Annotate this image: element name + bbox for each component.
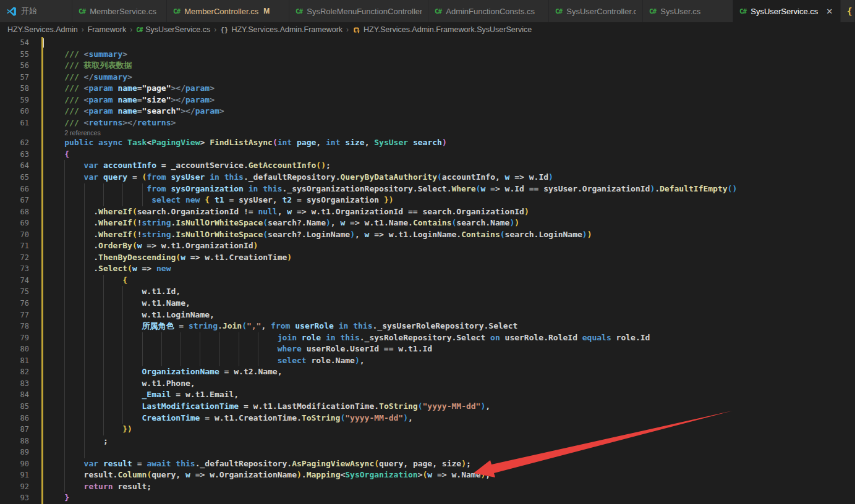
code-line-63[interactable]: 63{ bbox=[0, 149, 855, 161]
code-line-89[interactable]: 89 bbox=[0, 447, 855, 458]
code-line-content: /// <summary> bbox=[41, 49, 855, 61]
tab-partial[interactable]: { bbox=[841, 0, 855, 22]
code-line-68[interactable]: 68.WhereIf(search.OrganizationId != null… bbox=[0, 206, 855, 218]
breadcrumb-item[interactable]: C#SysUserService.cs bbox=[136, 25, 210, 34]
code-line-54[interactable]: 54 bbox=[0, 37, 855, 49]
indent-guide bbox=[64, 401, 65, 413]
code-line-74[interactable]: 74{ bbox=[0, 275, 855, 287]
line-number: 73 bbox=[0, 263, 41, 275]
indent-guide bbox=[84, 378, 85, 390]
code-line-90[interactable]: 90var result = await this._defaultReposi… bbox=[0, 458, 855, 470]
code-line-66[interactable]: 66from sysOrganization in this._sysOrgan… bbox=[0, 183, 855, 195]
code-line-58[interactable]: 58/// <param name="page"></param> bbox=[0, 83, 855, 94]
code-line-content: /// 获取列表数据 bbox=[41, 60, 855, 72]
line-number: 84 bbox=[0, 389, 41, 401]
code-line-content: .WhereIf(search.OrganizationId != null, … bbox=[41, 206, 855, 218]
code-line-75[interactable]: 75w.t1.Id, bbox=[0, 286, 855, 298]
tab-MemberService.cs[interactable]: C#MemberService.cs bbox=[72, 0, 167, 22]
code-line-81[interactable]: 81select role.Name), bbox=[0, 355, 855, 367]
code-line-content: /// </summary> bbox=[41, 72, 855, 83]
line-number: 58 bbox=[0, 83, 41, 94]
code-line-83[interactable]: 83w.t1.Phone, bbox=[0, 378, 855, 390]
code-line-72[interactable]: 72.ThenByDescending(w => w.t1.CreationTi… bbox=[0, 252, 855, 264]
indent-guide bbox=[103, 366, 104, 378]
code-line-88[interactable]: 88; bbox=[0, 435, 855, 447]
line-number: 75 bbox=[0, 286, 41, 298]
indent-guide bbox=[84, 447, 85, 458]
code-line-91[interactable]: 91result.Column(query, w => w.Organizati… bbox=[0, 469, 855, 481]
line-number: 55 bbox=[0, 49, 41, 61]
code-editor[interactable]: 5455/// <summary>56/// 获取列表数据57/// </sum… bbox=[0, 37, 855, 504]
tab-开始[interactable]: 开始 bbox=[0, 0, 72, 22]
code-line-56[interactable]: 56/// 获取列表数据 bbox=[0, 60, 855, 72]
line-number: 88 bbox=[0, 435, 41, 447]
code-line-87[interactable]: 87}) bbox=[0, 424, 855, 435]
indent-guide bbox=[161, 343, 162, 355]
indent-guide bbox=[64, 263, 65, 275]
breadcrumb-item[interactable]: {}HZY.Services.Admin.Framework bbox=[220, 25, 342, 34]
code-line-69[interactable]: 69.WhereIf(!string.IsNullOrWhiteSpace(se… bbox=[0, 217, 855, 229]
code-line-92[interactable]: 92return result; bbox=[0, 481, 855, 493]
indent-guide bbox=[103, 401, 104, 413]
code-line-77[interactable]: 77w.t1.LoginName, bbox=[0, 309, 855, 321]
code-line-content: /// <param name="size"></param> bbox=[41, 94, 855, 106]
code-line-78[interactable]: 78所属角色 = string.Join(",", from userRole … bbox=[0, 321, 855, 332]
code-line-content: var accountInfo = _accountService.GetAcc… bbox=[41, 160, 855, 172]
line-number: 82 bbox=[0, 366, 41, 378]
close-icon[interactable]: ✕ bbox=[826, 7, 833, 16]
indent-guide bbox=[239, 343, 239, 355]
code-lens-references[interactable]: 2 references bbox=[64, 129, 100, 136]
breadcrumb-item[interactable]: HZY.Services.Admin.Framework.SysUserServ… bbox=[352, 25, 532, 34]
code-line-65[interactable]: 65var query = (from sysUser in this._def… bbox=[0, 172, 855, 183]
code-line-70[interactable]: 70.WhereIf(!string.IsNullOrWhiteSpace(se… bbox=[0, 229, 855, 241]
csharp-file-icon: C# bbox=[136, 27, 142, 33]
indent-guide bbox=[84, 206, 85, 218]
code-line-82[interactable]: 82OrganizationName = w.t2.Name, bbox=[0, 366, 855, 378]
indent-guide bbox=[64, 332, 65, 344]
code-line-79[interactable]: 79join role in this._sysRoleRepository.S… bbox=[0, 332, 855, 344]
code-line-content: .WhereIf(!string.IsNullOrWhiteSpace(sear… bbox=[41, 229, 855, 241]
code-line-content: /// <param name="search"></param> bbox=[41, 106, 855, 117]
code-line-73[interactable]: 73.Select(w => new bbox=[0, 263, 855, 275]
code-line-67[interactable]: 67select new { t1 = sysUser, t2 = sysOrg… bbox=[0, 195, 855, 206]
code-line-61[interactable]: 61/// <returns></returns> bbox=[0, 117, 855, 129]
code-line-85[interactable]: 85LastModificationTime = w.t1.LastModifi… bbox=[0, 401, 855, 413]
indent-guide bbox=[64, 240, 65, 252]
breadcrumb-item[interactable]: Framework bbox=[88, 25, 127, 34]
code-line-62[interactable]: 62public async Task<PagingView> FindList… bbox=[0, 137, 855, 149]
line-number: 61 bbox=[0, 117, 41, 129]
tab-AdminFunctionConsts.cs[interactable]: C#AdminFunctionConsts.cs bbox=[428, 0, 549, 22]
code-line-84[interactable]: 84_Email = w.t1.Email, bbox=[0, 389, 855, 401]
tab-SysRoleMenuFunctionController.cs[interactable]: C#SysRoleMenuFunctionController.cs bbox=[289, 0, 428, 22]
code-line-55[interactable]: 55/// <summary> bbox=[0, 49, 855, 61]
line-number: 60 bbox=[0, 106, 41, 117]
indent-guide bbox=[64, 469, 65, 481]
tab-MemberController.cs[interactable]: C#MemberController.csM bbox=[167, 0, 289, 22]
code-line-59[interactable]: 59/// <param name="size"></param> bbox=[0, 94, 855, 106]
tab-SysUser.cs[interactable]: C#SysUser.cs bbox=[643, 0, 733, 22]
code-line-76[interactable]: 76w.t1.Name, bbox=[0, 298, 855, 309]
code-line-content: { bbox=[41, 275, 855, 287]
code-line-60[interactable]: 60/// <param name="search"></param> bbox=[0, 106, 855, 117]
modified-lines-bar bbox=[41, 37, 43, 504]
code-line-86[interactable]: 86CreationTime = w.t1.CreationTime.ToStr… bbox=[0, 413, 855, 424]
indent-guide bbox=[103, 424, 104, 435]
indent-guide bbox=[122, 378, 123, 390]
tab-SysUserService.cs[interactable]: C#SysUserService.cs✕ bbox=[733, 0, 841, 22]
tab-SysUserController.cs[interactable]: C#SysUserController.cs bbox=[549, 0, 643, 22]
code-line-93[interactable]: 93} bbox=[0, 492, 855, 504]
code-line-71[interactable]: 71.OrderBy(w => w.t1.OrganizationId) bbox=[0, 240, 855, 252]
indent-guide bbox=[122, 332, 123, 344]
code-line-57[interactable]: 57/// </summary> bbox=[0, 72, 855, 83]
indent-guide bbox=[200, 332, 200, 344]
indent-guide bbox=[64, 160, 65, 172]
line-number: 59 bbox=[0, 94, 41, 106]
breadcrumb-item[interactable]: HZY.Services.Admin bbox=[7, 25, 78, 34]
indent-guide bbox=[84, 309, 85, 321]
code-line-80[interactable]: 80where userRole.UserId == w.t1.Id bbox=[0, 343, 855, 355]
line-number: 90 bbox=[0, 458, 41, 470]
indent-guide bbox=[181, 343, 181, 355]
indent-guide bbox=[142, 183, 143, 195]
indent-guide bbox=[258, 343, 258, 355]
code-line-64[interactable]: 64var accountInfo = _accountService.GetA… bbox=[0, 160, 855, 172]
